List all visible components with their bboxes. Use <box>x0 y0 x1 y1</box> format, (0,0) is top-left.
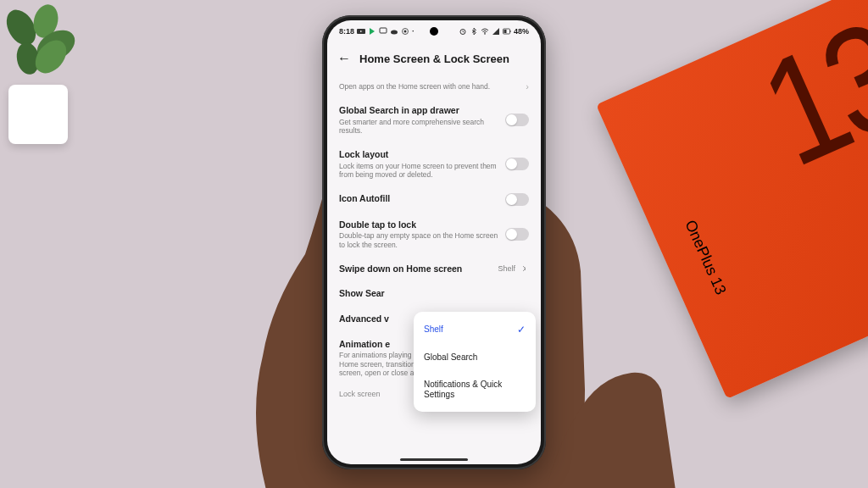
setting-title: Icon Autofill <box>339 193 500 205</box>
box-number: 13 <box>748 12 868 176</box>
youtube-icon <box>357 27 365 36</box>
setting-show-search[interactable]: Show Sear <box>339 281 529 307</box>
back-icon[interactable]: ← <box>337 52 351 65</box>
dropdown-option-label: Shelf <box>424 324 443 335</box>
chevron-right-icon: › <box>526 81 529 92</box>
setting-icon-autofill[interactable]: Icon Autofill <box>339 186 529 213</box>
front-camera <box>430 27 438 36</box>
signal-icon <box>492 27 500 36</box>
setting-title: Global Search in app drawer <box>339 105 500 117</box>
svg-rect-8 <box>504 30 506 33</box>
battery-icon <box>503 27 511 36</box>
status-time: 8:18 <box>339 27 354 36</box>
svg-rect-9 <box>509 30 510 32</box>
page-title: Home Screen & Lock Screen <box>359 53 509 65</box>
toggle-switch[interactable] <box>505 228 529 241</box>
phone-screen: 8:18 · 48% ← Home Screen & Lock Screen <box>327 20 541 464</box>
wifi-icon <box>481 27 489 36</box>
toggle-switch[interactable] <box>505 114 529 126</box>
svg-point-2 <box>391 30 398 35</box>
setting-lock-layout[interactable]: Lock layout Lock items on your Home scre… <box>339 142 529 186</box>
setting-title: Lock layout <box>339 149 500 161</box>
setting-title: Show Sear <box>339 288 529 300</box>
setting-desc: Open apps on the Home screen with one ha… <box>339 82 520 92</box>
dropdown-option-label: Global Search <box>424 352 477 363</box>
cloud-icon <box>390 27 398 36</box>
box-brand: OnePlus 13 <box>681 218 729 297</box>
svg-point-6 <box>484 33 486 35</box>
hotspot-icon <box>401 27 409 36</box>
thumb-shape <box>542 373 678 488</box>
setting-title: Swipe down on Home screen <box>339 263 492 275</box>
svg-rect-1 <box>380 28 387 33</box>
dropdown-icon <box>520 264 529 273</box>
settings-header: ← Home Screen & Lock Screen <box>327 42 541 75</box>
setting-desc: Double-tap any empty space on the Home s… <box>339 231 500 249</box>
dropdown-option-global-search[interactable]: Global Search <box>414 344 536 371</box>
setting-title: Double tap to lock <box>339 219 500 231</box>
status-battery: 48% <box>514 27 529 36</box>
setting-swipe-down[interactable]: Swipe down on Home screen Shelf <box>339 257 529 282</box>
setting-one-handed[interactable]: Open apps on the Home screen with one ha… <box>339 75 529 98</box>
home-indicator[interactable] <box>400 458 468 461</box>
cast-icon <box>379 27 387 36</box>
bluetooth-icon <box>470 27 478 36</box>
setting-desc: Lock items on your Home screen to preven… <box>339 162 500 180</box>
alarm-icon <box>459 27 467 36</box>
play-store-icon <box>368 27 376 36</box>
toggle-switch[interactable] <box>505 193 529 206</box>
setting-double-tap-lock[interactable]: Double tap to lock Double-tap any empty … <box>339 213 529 257</box>
plant-decor <box>0 0 102 144</box>
dropdown-option-notifications[interactable]: Notifications & Quick Settings <box>414 371 536 408</box>
svg-point-3 <box>404 30 407 33</box>
dropdown-option-shelf[interactable]: Shelf ✓ <box>414 315 536 344</box>
check-icon: ✓ <box>517 324 526 336</box>
setting-global-search[interactable]: Global Search in app drawer Get smarter … <box>339 98 529 142</box>
setting-value: Shelf <box>498 264 515 273</box>
dropdown-option-label: Notifications & Quick Settings <box>424 380 526 400</box>
swipe-down-dropdown: Shelf ✓ Global Search Notifications & Qu… <box>414 312 536 412</box>
toggle-switch[interactable] <box>505 158 529 170</box>
status-dot: · <box>412 27 415 36</box>
phone-frame: 8:18 · 48% ← Home Screen & Lock Screen <box>322 15 546 469</box>
setting-desc: Get smarter and more comprehensive searc… <box>339 118 500 136</box>
